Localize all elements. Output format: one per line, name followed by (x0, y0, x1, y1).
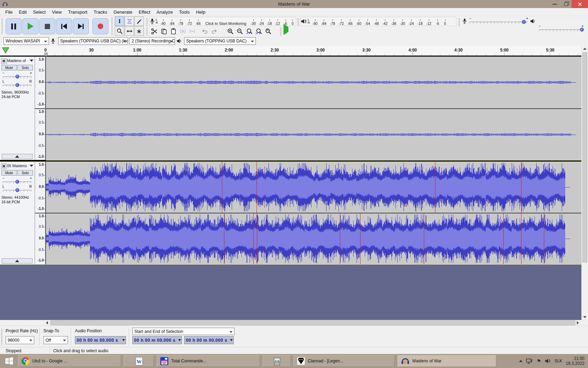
track-2-pan-slider[interactable]: L R (3, 186, 31, 193)
record-button[interactable] (92, 18, 108, 34)
track-2-pan-knob[interactable] (15, 188, 19, 192)
track-1-vertical-ruler[interactable]: 1.0 0.5 0.0 -0.5 -1.0 1.0 0.5 0.0 -0.5 -… (35, 57, 46, 160)
playback-volume-slider[interactable]: − + (539, 25, 583, 33)
timeshift-tool-button[interactable] (125, 26, 134, 36)
track-1-gain-slider[interactable]: − + (3, 72, 31, 79)
track-1-mute-button[interactable]: Mute (1, 65, 17, 70)
track-1-gain-knob[interactable] (15, 75, 19, 79)
zoom-out-button[interactable] (235, 27, 244, 36)
paste-button[interactable] (169, 27, 178, 36)
stop-button[interactable] (39, 18, 55, 34)
track-2-title-menu[interactable]: 05 Maidens (7, 163, 34, 168)
selection-grip[interactable] (1, 328, 2, 345)
taskbar-foobar-button[interactable]: Clannad - [Legen... (294, 355, 395, 367)
menu-view[interactable]: View (49, 9, 65, 15)
track-1-waveform-area[interactable] (46, 57, 581, 160)
taskbar-chrome-button[interactable]: Ulož.to - Google ... (18, 355, 121, 367)
menu-generate[interactable]: Generate (110, 9, 135, 15)
scroll-up-icon[interactable] (583, 48, 587, 50)
record-meter-grip[interactable] (146, 18, 148, 26)
taskbar-word-button[interactable]: W (124, 355, 154, 367)
track-1-left-channel-waveform[interactable] (46, 57, 581, 108)
fit-selection-button[interactable] (245, 27, 254, 36)
track-2-left-channel-waveform[interactable] (46, 162, 581, 213)
pause-button[interactable] (6, 18, 22, 34)
play-speed-grip[interactable] (280, 27, 281, 35)
menu-edit[interactable]: Edit (16, 9, 30, 15)
audio-host-select[interactable]: Windows WASAPI (4, 37, 49, 45)
maximize-button[interactable] (561, 0, 571, 8)
scroll-left-icon[interactable] (46, 321, 48, 325)
track-area-background[interactable] (0, 265, 581, 320)
envelope-tool-button[interactable] (125, 16, 134, 26)
language-indicator[interactable]: SLK (554, 359, 562, 363)
menu-effect[interactable]: Effect (135, 9, 153, 15)
project-rate-select[interactable]: 96000 (6, 336, 34, 344)
menu-select[interactable]: Select (30, 9, 49, 15)
edit-grip[interactable] (146, 27, 148, 35)
clock[interactable]: 21:50 16.3.2022 (566, 356, 584, 366)
taskbar-total-commander-button[interactable]: -64- Total Commande... (157, 355, 260, 367)
recording-channels-select[interactable]: 2 (Stereo) Recording C (130, 37, 175, 45)
track-2-vertical-ruler[interactable]: 1.0 0.5 0.0 -0.5 -1.0 1.0 0.5 0.0 -0.5 -… (35, 162, 46, 264)
menu-transport[interactable]: Transport (65, 9, 90, 15)
fit-project-button[interactable] (254, 27, 263, 36)
track-2-solo-button[interactable]: Solo (18, 170, 33, 176)
track-1-pan-slider[interactable]: L R (3, 81, 31, 88)
network-icon[interactable] (526, 358, 533, 364)
vertical-scrollbar-thumb[interactable] (582, 52, 587, 263)
track-1-right-channel-waveform[interactable] (46, 109, 581, 161)
track-1-solo-button[interactable]: Solo (18, 65, 33, 70)
zoom-in-button[interactable] (226, 27, 235, 36)
track-2-right-channel-waveform[interactable] (46, 213, 581, 264)
zoom-toggle-button[interactable] (264, 27, 273, 36)
track-1-close-button[interactable] (1, 58, 7, 64)
draw-tool-button[interactable] (134, 16, 144, 26)
taskbar-audacity-button[interactable]: Maidens of War (398, 355, 496, 367)
recording-device-select[interactable]: Speakers (TOPPING USB DAC) (loopba (58, 37, 128, 45)
minimize-button[interactable] (550, 0, 560, 8)
copy-button[interactable] (159, 27, 168, 36)
track-2-collapse-button[interactable] (2, 258, 33, 264)
track-1-title-menu[interactable]: Maidens of (7, 58, 34, 63)
snap-to-select[interactable]: Off (43, 336, 68, 344)
track-2-gain-slider[interactable]: − + (3, 177, 31, 184)
tray-expand-icon[interactable] (519, 360, 523, 362)
action-center-flag-icon[interactable]: ⚑ (537, 358, 541, 364)
transport-grip[interactable] (1, 18, 3, 34)
taskbar-utility-button[interactable] (263, 355, 291, 367)
mixer-grip[interactable] (458, 18, 460, 26)
play-at-speed-button[interactable] (284, 27, 288, 32)
vertical-scrollbar[interactable] (581, 46, 588, 320)
scroll-down-icon[interactable] (583, 316, 587, 318)
scroll-right-icon[interactable] (577, 321, 579, 325)
tools-grip[interactable] (111, 18, 113, 35)
skip-to-start-button[interactable] (56, 18, 72, 34)
timeline-ruler[interactable]: 0 30 1:00 1:30 2:00 2:30 3:00 3:30 4:00 … (0, 46, 588, 56)
cut-button[interactable] (150, 27, 159, 36)
monitor-prompt[interactable]: Click to Start Monitoring (203, 21, 250, 26)
track-2-close-button[interactable] (1, 163, 7, 169)
redo-button[interactable] (210, 27, 219, 36)
menu-file[interactable]: File (2, 9, 16, 15)
multi-tool-button[interactable]: ∗ (134, 26, 144, 36)
menu-tracks[interactable]: Tracks (91, 9, 111, 15)
horizontal-scrollbar-thumb[interactable] (50, 320, 575, 325)
menu-tools[interactable]: Tools (176, 9, 193, 15)
record-meter[interactable]: LR -90 -84 -78 -72 -66 Click to Start Mo… (149, 17, 296, 26)
selection-start-field[interactable]: 00 h 00 m 00.000 s (132, 336, 182, 344)
zoom-tool-button[interactable] (115, 26, 124, 36)
menu-analyze[interactable]: Analyze (153, 9, 176, 15)
track-2-gain-knob[interactable] (15, 180, 19, 184)
skip-to-end-button[interactable] (73, 18, 89, 34)
start-button[interactable] (0, 354, 18, 368)
track-2-mute-button[interactable]: Mute (1, 170, 17, 176)
playback-meter[interactable]: LR -90 -84 -78 -72 -66 -60 -54 -48 -42 -… (300, 17, 456, 26)
track-2-waveform-area[interactable] (46, 162, 581, 264)
close-button[interactable] (572, 0, 588, 8)
playhead-marker[interactable] (44, 53, 48, 56)
track-1-collapse-button[interactable] (2, 154, 33, 159)
track-1-pan-knob[interactable] (15, 83, 19, 87)
play-meter-grip[interactable] (298, 18, 299, 26)
record-volume-slider[interactable]: − + (470, 18, 528, 25)
